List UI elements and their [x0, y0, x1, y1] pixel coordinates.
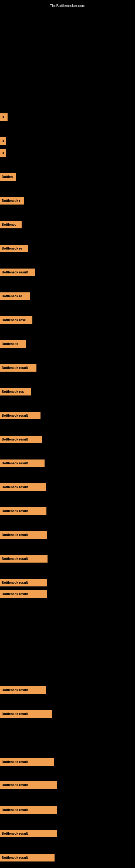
bottleneck-result-bar: Bottleneck result	[0, 758, 54, 766]
bottleneck-result-bar: Bottleneck result	[0, 686, 46, 694]
bottleneck-result-bar: Bottleneck result	[0, 269, 35, 276]
bottleneck-result-bar: Bottleneck result	[0, 590, 47, 598]
bottleneck-result-bar: Bottleneck result	[0, 854, 54, 862]
bottleneck-result-bar: Bottleneck result	[0, 436, 42, 443]
bottleneck-result-bar: Bottleneck r	[0, 197, 24, 205]
bottleneck-result-bar: Bottleneck res	[0, 388, 31, 396]
bottleneck-result-bar: Bottleneck re	[0, 292, 30, 300]
bottleneck-result-bar: B	[0, 149, 6, 157]
bottleneck-result-bar: Bottlen	[0, 173, 16, 181]
bottleneck-result-bar: Bottleneck result	[0, 710, 52, 718]
bottleneck-result-bar: Bottleneck result	[0, 781, 57, 789]
bottleneck-result-bar: Bottleneck result	[0, 806, 57, 814]
bottleneck-result-bar: Bottleneck result	[0, 579, 47, 586]
bottleneck-result-bar: Bottleneck	[0, 340, 26, 348]
bottleneck-result-bar: Bottleneck result	[0, 507, 46, 515]
bottleneck-result-bar: Bottleneck result	[0, 830, 57, 837]
bottleneck-result-bar: Bottleneck rese	[0, 316, 32, 324]
site-title: TheBottlenecker.com	[0, 1, 135, 10]
bottleneck-result-bar: Bottleneck result	[0, 460, 45, 467]
bottleneck-result-bar: Bottleneck result	[0, 531, 47, 539]
bottleneck-result-bar: B	[0, 113, 8, 121]
bottleneck-result-bar: Bottleneck result	[0, 484, 46, 491]
bottleneck-result-bar: Bottleneck result	[0, 364, 37, 372]
bottleneck-result-bar: Bottlenec	[0, 221, 21, 228]
bottleneck-result-bar: Bottleneck re	[0, 245, 28, 252]
bottleneck-result-bar: Bottleneck result	[0, 555, 48, 563]
bottleneck-result-bar: B	[0, 137, 6, 145]
bottleneck-result-bar: Bottleneck result	[0, 412, 41, 420]
